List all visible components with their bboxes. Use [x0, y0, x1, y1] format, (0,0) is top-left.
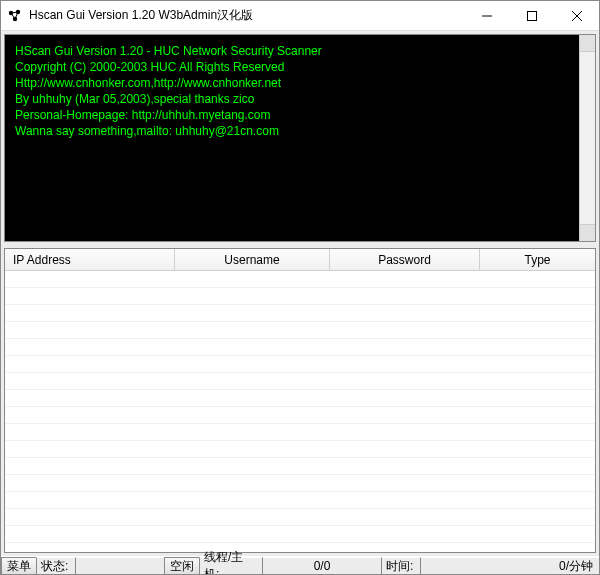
table-row — [5, 339, 595, 356]
table-row — [5, 271, 595, 288]
results-grid: IP Address Username Password Type — [4, 248, 596, 553]
table-row — [5, 356, 595, 373]
table-row — [5, 509, 595, 526]
console-line: Copyright (C) 2000-2003 HUC All Rights R… — [15, 59, 585, 75]
grid-header: IP Address Username Password Type — [5, 249, 595, 271]
table-row — [5, 322, 595, 339]
grid-body[interactable] — [5, 271, 595, 552]
window-controls — [464, 1, 599, 30]
column-header-password[interactable]: Password — [330, 249, 480, 270]
console-line: HScan Gui Version 1.20 - HUC Network Sec… — [15, 43, 585, 59]
titlebar: Hscan Gui Version 1.20 W3bAdmin汉化版 — [1, 1, 599, 31]
time-label: 时间: — [381, 557, 421, 575]
minimize-button[interactable] — [464, 1, 509, 30]
threads-label: 线程/主机: — [199, 557, 263, 575]
column-header-ip[interactable]: IP Address — [5, 249, 175, 270]
console-line: Http://www.cnhonker.com,http://www.cnhon… — [15, 75, 585, 91]
table-row — [5, 390, 595, 407]
console-line: Personal-Homepage: http://uhhuh.myetang.… — [15, 107, 585, 123]
table-row — [5, 407, 595, 424]
idle-button[interactable]: 空闲 — [164, 557, 200, 575]
table-row — [5, 441, 595, 458]
statusbar: 菜单 状态: 空闲 线程/主机: 0/0 时间: 0/分钟 — [1, 556, 599, 574]
menu-button[interactable]: 菜单 — [1, 557, 37, 575]
console-scrollbar[interactable] — [579, 35, 595, 241]
time-value: 0/分钟 — [420, 557, 600, 575]
client-area: HScan Gui Version 1.20 - HUC Network Sec… — [1, 31, 599, 556]
threads-value: 0/0 — [262, 557, 382, 575]
window-title: Hscan Gui Version 1.20 W3bAdmin汉化版 — [29, 7, 464, 24]
table-row — [5, 424, 595, 441]
status-label: 状态: — [36, 557, 76, 575]
table-row — [5, 305, 595, 322]
console-line: Wanna say something,mailto: uhhuhy@21cn.… — [15, 123, 585, 139]
console-line: By uhhuhy (Mar 05,2003),special thanks z… — [15, 91, 585, 107]
close-button[interactable] — [554, 1, 599, 30]
app-icon — [7, 8, 23, 24]
console-output: HScan Gui Version 1.20 - HUC Network Sec… — [4, 34, 596, 242]
table-row — [5, 475, 595, 492]
maximize-button[interactable] — [509, 1, 554, 30]
column-header-username[interactable]: Username — [175, 249, 330, 270]
table-row — [5, 288, 595, 305]
table-row — [5, 458, 595, 475]
column-header-type[interactable]: Type — [480, 249, 595, 270]
status-value — [75, 557, 165, 575]
table-row — [5, 492, 595, 509]
svg-rect-7 — [527, 11, 536, 20]
table-row — [5, 526, 595, 543]
table-row — [5, 373, 595, 390]
